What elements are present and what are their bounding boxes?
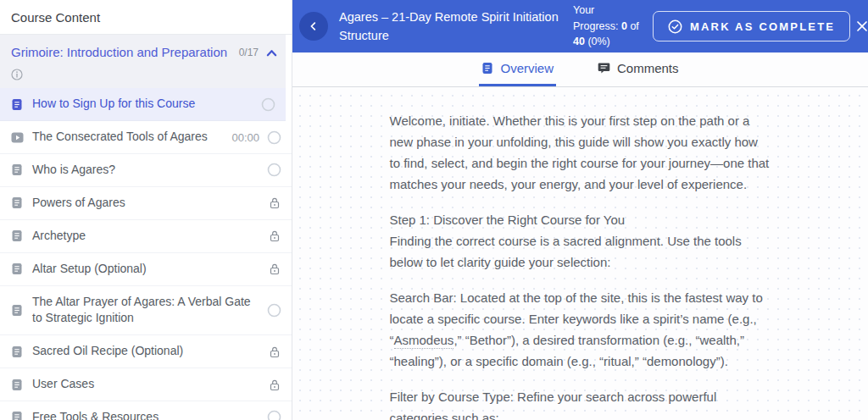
lock-icon <box>267 378 281 392</box>
sidebar-title: Course Content <box>0 0 292 35</box>
lesson-label: Archetype <box>32 228 267 245</box>
lesson-item-who-is-agares[interactable]: Who is Agares? <box>0 154 292 187</box>
lesson-label: Powers of Agares <box>32 195 267 212</box>
progress-of: of <box>630 20 638 32</box>
document-icon <box>11 411 24 420</box>
tab-overview-label: Overview <box>500 61 554 75</box>
lock-icon <box>267 229 281 243</box>
lesson-item-user-cases[interactable]: User Cases <box>0 368 292 401</box>
section-progress-count: 0/17 <box>239 47 259 58</box>
paragraph-search-bar: Search Bar: Located at the top of the si… <box>390 287 771 372</box>
course-section-header[interactable]: Grimoire: Introduction and Preparation 0… <box>0 35 286 88</box>
paragraph-text: Filter by Course Type: Refine your searc… <box>390 390 717 420</box>
lesson-item-altar-setup[interactable]: Altar Setup (Optional) <box>0 253 292 286</box>
lesson-label: How to Sign Up for this Course <box>32 96 261 113</box>
mark-as-complete-button[interactable]: MARK AS COMPLETE <box>653 11 850 41</box>
spellcheck-word: Asmodeus <box>394 333 454 349</box>
lock-icon <box>267 262 281 276</box>
circle-icon <box>267 303 281 318</box>
progress-percent: (0%) <box>587 36 609 47</box>
document-icon <box>481 62 493 75</box>
lesson-label: Who is Agares? <box>32 162 267 179</box>
back-button[interactable] <box>299 12 328 41</box>
lesson-item-free-tools[interactable]: Free Tools & Resources <box>0 401 292 420</box>
progress-completed: 0 <box>621 20 627 32</box>
document-icon <box>11 304 24 317</box>
document-icon <box>11 345 24 358</box>
step1-heading: Step 1: Discover the Right Course for Yo… <box>390 213 626 227</box>
document-icon <box>11 196 24 209</box>
progress-indicator: Your Progress: 0 of 40 (0%) <box>573 3 641 50</box>
lesson-header: Agares – 21-Day Remote Spirit Initiation… <box>292 0 868 52</box>
document-icon <box>11 163 24 176</box>
lesson-label: Altar Setup (Optional) <box>32 261 267 278</box>
paragraph-text: Welcome, initiate. Whether this is your … <box>390 113 770 191</box>
lesson-title: Agares – 21-Day Remote Spirit Initiation… <box>339 8 568 46</box>
lesson-pane: Agares – 21-Day Remote Spirit Initiation… <box>292 0 868 420</box>
lesson-content-area[interactable]: Welcome, initiate. Whether this is your … <box>292 87 868 420</box>
lock-icon <box>267 196 281 210</box>
lesson-duration: 00:00 <box>231 131 259 144</box>
document-icon <box>11 262 24 275</box>
document-icon <box>11 229 24 242</box>
lesson-item-altar-prayer[interactable]: The Altar Prayer of Agares: A Verbal Gat… <box>0 286 292 336</box>
course-player-window: Course Content Grimoire: Introduction an… <box>0 0 868 420</box>
info-icon[interactable] <box>11 69 277 80</box>
step1-body: Finding the correct course is a sacred a… <box>390 234 742 269</box>
lock-icon <box>267 345 281 359</box>
paragraph-step1: Step 1: Discover the Right Course for Yo… <box>390 209 771 273</box>
lesson-list: How to Sign Up for this Course The Conse… <box>0 88 292 420</box>
circle-icon <box>267 163 281 177</box>
section-title[interactable]: Grimoire: Introduction and Preparation <box>11 44 231 61</box>
tab-comments[interactable]: Comments <box>595 52 682 86</box>
paragraph-filter: Filter by Course Type: Refine your searc… <box>390 386 771 420</box>
lesson-label: Sacred Oil Recipe (Optional) <box>32 343 267 360</box>
lesson-item-archetype[interactable]: Archetype <box>0 220 292 253</box>
progress-total: 40 <box>573 36 585 47</box>
chevron-left-icon <box>308 20 320 32</box>
close-icon <box>855 19 868 33</box>
paragraph-welcome: Welcome, initiate. Whether this is your … <box>390 110 771 195</box>
lesson-item-consecrated-tools[interactable]: The Consecrated Tools of Agares 00:00 <box>0 121 292 154</box>
chevron-up-icon[interactable] <box>266 46 277 61</box>
lesson-item-how-to-sign-up[interactable]: How to Sign Up for this Course <box>0 88 286 121</box>
close-button[interactable] <box>850 14 868 38</box>
lesson-item-sacred-oil-recipe[interactable]: Sacred Oil Recipe (Optional) <box>0 335 292 368</box>
comments-icon <box>598 62 610 75</box>
circle-icon <box>267 130 281 145</box>
circle-icon <box>261 97 275 112</box>
tab-comments-label: Comments <box>617 61 679 75</box>
lesson-label: Free Tools & Resources <box>32 409 267 420</box>
video-icon <box>11 131 24 144</box>
lesson-article: Welcome, initiate. Whether this is your … <box>390 110 771 420</box>
lesson-label: The Altar Prayer of Agares: A Verbal Gat… <box>32 294 267 328</box>
lesson-tabs: Overview Comments <box>292 52 868 87</box>
check-circle-icon <box>668 19 682 34</box>
lesson-label: The Consecrated Tools of Agares <box>32 129 231 146</box>
document-icon <box>11 379 24 391</box>
circle-icon <box>267 410 281 420</box>
document-icon <box>11 98 24 111</box>
progress-prefix: Your Progress: <box>573 4 619 32</box>
lesson-label: User Cases <box>32 376 267 393</box>
mark-as-complete-label: MARK AS COMPLETE <box>690 20 835 33</box>
course-content-sidebar: Course Content Grimoire: Introduction an… <box>0 0 292 420</box>
tab-overview[interactable]: Overview <box>479 52 556 86</box>
lesson-item-powers-of-agares[interactable]: Powers of Agares <box>0 187 292 220</box>
